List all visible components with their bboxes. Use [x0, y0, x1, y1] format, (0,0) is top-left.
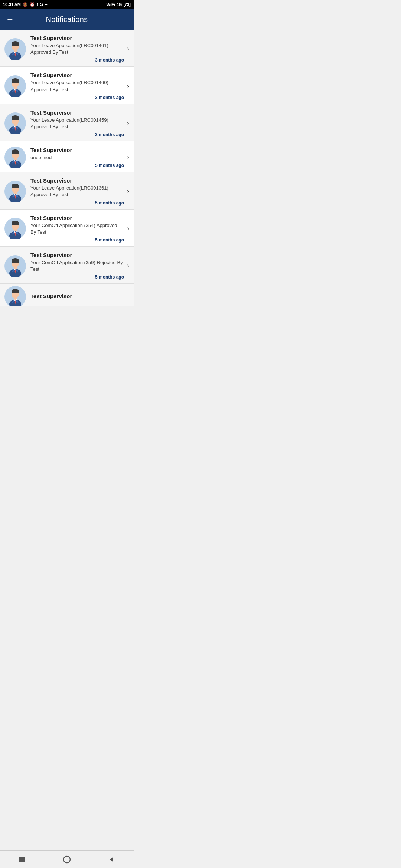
notification-message: Your Leave Application(LRC001460) Approv…: [30, 79, 124, 93]
notification-item[interactable]: Test Supervisor Your ComOff Application …: [0, 210, 134, 247]
notification-item[interactable]: Test Supervisor Your Leave Application(L…: [0, 30, 134, 67]
notification-item[interactable]: Test Supervisor undefined 5 months ago ›: [0, 141, 134, 172]
more-icon: ···: [45, 2, 48, 7]
notification-time: 3 months ago: [30, 132, 124, 137]
avatar: [4, 255, 26, 277]
notification-message: Your Leave Application(LRC001361) Approv…: [30, 185, 124, 198]
avatar: [4, 75, 26, 97]
notification-sender: Test Supervisor: [30, 293, 129, 299]
svg-rect-53: [12, 223, 19, 225]
notification-sender: Test Supervisor: [30, 109, 124, 116]
alarm-icon: ⏰: [30, 2, 35, 7]
notification-sender: Test Supervisor: [30, 252, 124, 258]
avatar: [4, 38, 26, 60]
chevron-right-icon: ›: [127, 119, 129, 127]
notification-content: Test Supervisor Your ComOff Application …: [30, 215, 124, 243]
chevron-right-icon: ›: [127, 262, 129, 270]
svg-rect-73: [12, 291, 19, 293]
svg-rect-23: [12, 118, 19, 120]
chevron-right-icon: ›: [127, 82, 129, 90]
notification-sender: Test Supervisor: [30, 147, 124, 153]
notification-message: Your ComOff Application (354) Approved B…: [30, 222, 124, 236]
notification-content: Test Supervisor Your Leave Application(L…: [30, 109, 124, 137]
avatar: [4, 147, 26, 168]
notification-time: 3 months ago: [30, 57, 124, 63]
notification-content: Test Supervisor Your Leave Application(L…: [30, 177, 124, 205]
notification-time: 5 months ago: [30, 274, 124, 280]
avatar: [4, 286, 26, 306]
notification-item[interactable]: Test Supervisor Your Leave Application(L…: [0, 172, 134, 209]
notification-list: Test Supervisor Your Leave Application(L…: [0, 30, 134, 306]
notification-message: Your Leave Application(LRC001461) Approv…: [30, 42, 124, 56]
chevron-right-icon: ›: [127, 187, 129, 195]
notification-item[interactable]: Test Supervisor Your Leave Application(L…: [0, 67, 134, 104]
notification-item-partial[interactable]: Test Supervisor: [0, 284, 134, 306]
notification-item[interactable]: Test Supervisor Your ComOff Application …: [0, 247, 134, 284]
avatar: [4, 181, 26, 202]
svg-rect-33: [12, 152, 19, 154]
svg-rect-13: [12, 80, 19, 83]
notification-content: Test Supervisor undefined 5 months ago: [30, 147, 124, 168]
status-bar-left: 10:31 AM 🔕 ⏰ f S ···: [3, 2, 48, 7]
wifi-icon: WiFi: [107, 2, 115, 7]
time: 10:31 AM: [3, 2, 21, 7]
notification-time: 5 months ago: [30, 163, 124, 168]
svg-rect-63: [12, 260, 19, 263]
notification-sender: Test Supervisor: [30, 35, 124, 41]
skype-icon: S: [40, 2, 43, 7]
status-bar: 10:31 AM 🔕 ⏰ f S ··· WiFi 4G [73]: [0, 0, 134, 9]
notification-message: Your Leave Application(LRC001459) Approv…: [30, 117, 124, 130]
notification-content: Test Supervisor Your Leave Application(L…: [30, 35, 124, 63]
notification-content: Test Supervisor Your Leave Application(L…: [30, 72, 124, 100]
chevron-right-icon: ›: [127, 45, 129, 53]
notification-time: 5 months ago: [30, 200, 124, 206]
chevron-right-icon: ›: [127, 154, 129, 161]
notification-content: Test Supervisor Your ComOff Application …: [30, 252, 124, 280]
svg-rect-3: [12, 43, 19, 46]
back-button[interactable]: ←: [6, 14, 14, 24]
notification-sender: Test Supervisor: [30, 215, 124, 221]
notification-content: Test Supervisor: [30, 293, 129, 300]
avatar: [4, 218, 26, 239]
facebook-icon: f: [37, 2, 38, 7]
notification-message: Your ComOff Application (359) Rejected B…: [30, 259, 124, 273]
notification-sender: Test Supervisor: [30, 177, 124, 184]
svg-rect-43: [12, 186, 19, 188]
page-title: Notifications: [20, 15, 114, 24]
signal-icon: 4G: [117, 2, 122, 7]
mute-icon: 🔕: [23, 2, 28, 7]
notification-item[interactable]: Test Supervisor Your Leave Application(L…: [0, 104, 134, 141]
notification-message: undefined: [30, 154, 124, 161]
notification-time: 3 months ago: [30, 95, 124, 100]
chevron-right-icon: ›: [127, 225, 129, 233]
notification-sender: Test Supervisor: [30, 72, 124, 78]
status-bar-right: WiFi 4G [73]: [107, 2, 131, 7]
header: ← Notifications: [0, 9, 134, 30]
notification-time: 5 months ago: [30, 237, 124, 243]
battery-icon: [73]: [123, 2, 131, 7]
avatar: [4, 112, 26, 134]
